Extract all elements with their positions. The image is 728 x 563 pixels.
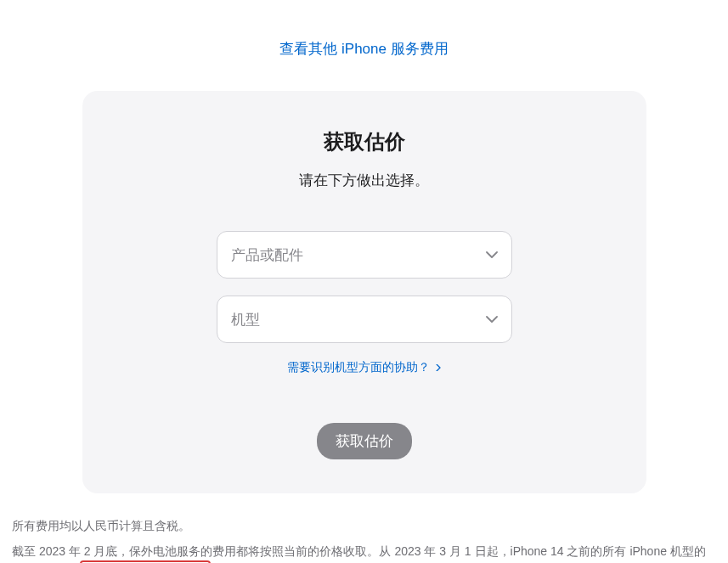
estimate-card: 获取估价 请在下方做出选择。 产品或配件 机型 需要识别机型方面的协助？ 获取估… <box>82 91 646 493</box>
model-placeholder: 机型 <box>231 310 260 329</box>
model-select[interactable]: 机型 <box>217 296 512 343</box>
card-subtitle: 请在下方做出选择。 <box>299 171 429 190</box>
footer-note-1: 所有费用均以人民币计算且含税。 <box>12 517 717 536</box>
card-title: 获取估价 <box>324 128 405 155</box>
chevron-down-icon <box>486 249 498 261</box>
product-placeholder: 产品或配件 <box>231 245 303 265</box>
chevron-right-icon <box>435 364 442 371</box>
help-text: 需要识别机型方面的协助？ <box>287 360 430 375</box>
get-estimate-button[interactable]: 获取估价 <box>317 423 412 459</box>
help-link[interactable]: 需要识别机型方面的协助？ <box>287 360 442 375</box>
top-link[interactable]: 查看其他 iPhone 服务费用 <box>279 39 448 59</box>
chevron-down-icon <box>486 313 498 325</box>
footer-note-2: 截至 2023 年 2 月底，保外电池服务的费用都将按照当前的价格收取。从 20… <box>12 543 717 563</box>
product-select[interactable]: 产品或配件 <box>217 231 512 279</box>
footer-notes: 所有费用均以人民币计算且含税。 截至 2023 年 2 月底，保外电池服务的费用… <box>12 517 717 563</box>
